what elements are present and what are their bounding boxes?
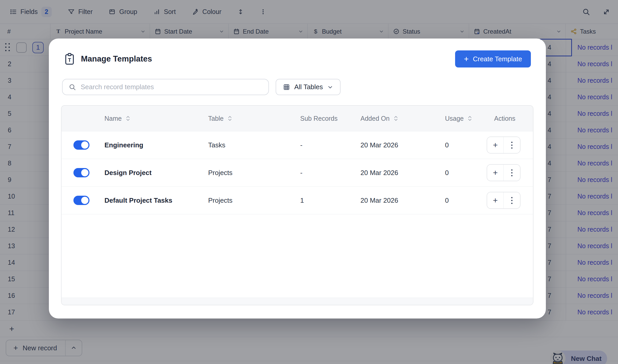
template-table: Projects xyxy=(208,196,300,204)
kebab-menu-icon xyxy=(511,169,513,176)
sort-toggle-icon[interactable] xyxy=(125,115,131,122)
template-row[interactable]: Design Project Projects - 20 Mar 2026 0 … xyxy=(62,159,533,187)
plus-icon: + xyxy=(493,141,498,149)
template-enabled-toggle[interactable] xyxy=(73,196,89,205)
template-enabled-toggle[interactable] xyxy=(73,168,89,177)
search-icon xyxy=(69,84,76,91)
template-search-field[interactable] xyxy=(62,79,269,95)
header-sub-records: Sub Records xyxy=(300,115,360,122)
app-window: Fields 2 Filter Group Sort Colour xyxy=(0,0,618,364)
table-filter-label: All Tables xyxy=(294,83,323,91)
search-input[interactable] xyxy=(81,83,262,91)
template-added-on: 20 Mar 2026 xyxy=(360,141,445,149)
create-template-label: Create Template xyxy=(473,55,522,63)
table-grid-icon xyxy=(283,84,290,91)
kebab-menu-icon xyxy=(511,142,513,149)
template-usage: 0 xyxy=(445,141,487,149)
sort-toggle-icon[interactable] xyxy=(467,115,472,122)
add-sub-template-button[interactable]: + xyxy=(487,137,504,153)
templates-table-header: Name Table Sub Records Added On Usage xyxy=(62,106,533,131)
row-menu-button[interactable] xyxy=(504,165,520,181)
row-menu-button[interactable] xyxy=(504,137,520,153)
template-table: Tasks xyxy=(208,141,300,149)
chevron-down-icon xyxy=(327,84,333,90)
manage-templates-dialog: T Manage Templates + Create Template All… xyxy=(49,39,546,318)
table-empty-space xyxy=(62,214,533,298)
template-enabled-toggle[interactable] xyxy=(73,140,89,150)
table-filter-dropdown[interactable]: All Tables xyxy=(276,79,341,95)
template-clipboard-icon: T xyxy=(64,53,75,65)
dialog-header: T Manage Templates + Create Template xyxy=(64,50,531,67)
template-name: Engineering xyxy=(104,141,208,149)
template-added-on: 20 Mar 2026 xyxy=(360,169,445,177)
template-row[interactable]: Default Project Tasks Projects 1 20 Mar … xyxy=(62,187,533,214)
add-sub-template-button[interactable]: + xyxy=(487,165,504,181)
plus-icon: + xyxy=(493,196,498,204)
toggle-knob xyxy=(81,169,88,176)
templates-table: Name Table Sub Records Added On Usage xyxy=(61,105,533,305)
sort-toggle-icon[interactable] xyxy=(227,115,232,122)
dialog-controls-row: All Tables xyxy=(62,79,533,95)
create-template-button[interactable]: + Create Template xyxy=(455,50,531,67)
header-name[interactable]: Name xyxy=(104,115,208,122)
template-row[interactable]: Engineering Tasks - 20 Mar 2026 0 + xyxy=(62,131,533,159)
template-sub-records: 1 xyxy=(300,196,360,204)
add-sub-template-button[interactable]: + xyxy=(487,192,504,208)
header-usage[interactable]: Usage xyxy=(445,115,487,122)
template-sub-records: - xyxy=(300,141,360,149)
table-footer-strip xyxy=(62,298,533,305)
template-added-on: 20 Mar 2026 xyxy=(360,196,445,204)
template-table: Projects xyxy=(208,169,300,177)
templates-table-body: Engineering Tasks - 20 Mar 2026 0 + Desi… xyxy=(62,131,533,214)
row-actions-group: + xyxy=(487,136,521,154)
template-sub-records: - xyxy=(300,169,360,177)
template-name: Design Project xyxy=(104,169,208,177)
template-usage: 0 xyxy=(445,196,487,204)
row-menu-button[interactable] xyxy=(504,192,520,208)
row-actions-group: + xyxy=(487,192,521,209)
template-name: Default Project Tasks xyxy=(104,196,208,204)
header-added-on[interactable]: Added On xyxy=(360,115,445,122)
dialog-title: Manage Templates xyxy=(81,54,152,64)
toggle-knob xyxy=(81,141,88,149)
svg-text:T: T xyxy=(68,57,71,63)
row-actions-group: + xyxy=(487,164,521,181)
kebab-menu-icon xyxy=(511,197,513,204)
template-usage: 0 xyxy=(445,169,487,177)
plus-icon: + xyxy=(493,169,498,177)
header-actions: Actions xyxy=(487,115,533,122)
toggle-knob xyxy=(81,197,88,204)
plus-icon: + xyxy=(464,55,469,63)
sort-toggle-icon[interactable] xyxy=(393,115,398,122)
header-table[interactable]: Table xyxy=(208,115,300,122)
